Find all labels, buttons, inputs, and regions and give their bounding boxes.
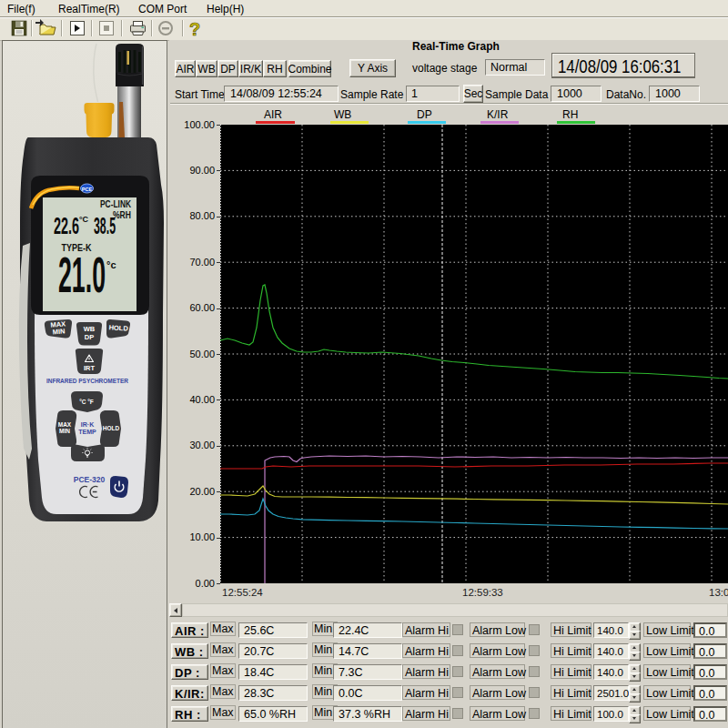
svg-text:TEMP: TEMP xyxy=(78,429,96,435)
svg-text:PCE: PCE xyxy=(82,187,93,192)
svg-text:IRT: IRT xyxy=(84,364,96,372)
svg-text:MIN: MIN xyxy=(52,327,65,336)
svg-text:HOLD: HOLD xyxy=(103,425,120,431)
svg-text:MIN: MIN xyxy=(59,428,70,434)
svg-text:%RH: %RH xyxy=(113,210,131,220)
svg-text:21.0: 21.0 xyxy=(58,246,106,303)
svg-text:°C: °C xyxy=(79,215,89,224)
svg-text:22.6: 22.6 xyxy=(54,213,79,238)
svg-text:?: ? xyxy=(189,19,200,39)
svg-text:IR·K: IR·K xyxy=(81,421,94,428)
svg-text:HOLD: HOLD xyxy=(108,323,128,333)
svg-text:°C °F: °C °F xyxy=(79,399,94,405)
svg-text:MAX: MAX xyxy=(58,421,72,428)
svg-text:PC-LINK: PC-LINK xyxy=(100,199,132,209)
svg-text:DP: DP xyxy=(85,333,94,341)
svg-text:INFRARED PSYCHROMETER: INFRARED PSYCHROMETER xyxy=(46,377,128,385)
svg-text:°c: °c xyxy=(106,259,116,270)
svg-text:38.5: 38.5 xyxy=(94,213,116,238)
svg-text:WB: WB xyxy=(84,325,96,333)
svg-text:PCE-320: PCE-320 xyxy=(74,475,106,484)
